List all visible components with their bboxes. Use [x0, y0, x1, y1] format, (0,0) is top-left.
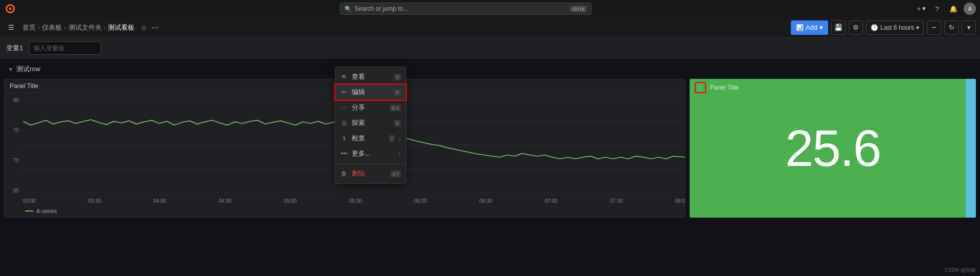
search-placeholder: Search or jump to... [355, 5, 408, 12]
menu-item-inspect[interactable]: ℹ 检查 i › [335, 131, 406, 146]
refresh-button[interactable]: ↻ [944, 20, 959, 35]
breadcrumb-folder[interactable]: 测试文件夹 [69, 23, 102, 32]
avatar[interactable]: A [964, 3, 976, 15]
row-title: 测试row [16, 65, 40, 74]
row-collapse-arrow: ▼ [8, 67, 13, 72]
variable-label: 变量1 [6, 44, 23, 53]
menu-kbd-edit: e [394, 89, 401, 96]
menu-item-more[interactable]: ••• 更多... › [335, 146, 406, 161]
x-label-0330: 03:30 [88, 198, 101, 204]
timerange-chevron: ▾ [916, 24, 919, 31]
add-button[interactable]: 📊 Add ▾ [791, 20, 828, 35]
watermark: CSDN @阿斌 [945, 267, 976, 274]
context-menu: 👁 查看 v ✏ 编辑 e ⋯ 分享 p s ◎ 探索 x ℹ 检查 i › •… [335, 67, 406, 184]
menu-label-inspect: 检查 [352, 134, 384, 143]
plus-icon[interactable]: ＋▾ [915, 3, 927, 15]
breadcrumb: 首页 › 仪表板 › 测试文件夹 › 测试看板 [22, 23, 134, 32]
star-icon[interactable]: ☆ [141, 24, 147, 32]
menu-item-edit[interactable]: ✏ 编辑 e [335, 84, 406, 100]
stat-panel-header: ⋮ Panel Title [690, 79, 976, 96]
x-label-0730: 07:30 [610, 198, 623, 204]
help-icon[interactable]: ? [931, 3, 943, 15]
stat-panel: ⋮ Panel Title 25.6 [690, 79, 976, 218]
menu-icon[interactable]: ☰ [4, 20, 18, 35]
search-icon: 🔍 [345, 6, 352, 12]
menu-label-edit: 编辑 [352, 88, 389, 97]
menu-label-share: 分享 [352, 103, 385, 112]
legend-label: A-series [36, 208, 57, 214]
dashboard: ▼ 测试row Panel Title 80 75 70 65 [0, 58, 980, 276]
toolbar-right: 📊 Add ▾ 💾 ⚙ 🕐 Last 6 hours ▾ − ↻ ▾ [791, 20, 976, 35]
stat-side-indicator [966, 79, 976, 218]
x-label-0430: 04:30 [219, 198, 232, 204]
panels-row: Panel Title 80 75 70 65 [4, 79, 976, 218]
stat-panel-title: Panel Title [710, 84, 739, 91]
toolbar: ☰ 首页 › 仪表板 › 测试文件夹 › 测试看板 ☆ ⋯ 📊 Add ▾ 💾 … [0, 17, 980, 38]
menu-label-delete: 删除 [352, 169, 385, 178]
menu-item-explore[interactable]: ◎ 探索 x [335, 115, 406, 131]
x-label-0630: 06:30 [480, 198, 492, 204]
menu-label-more: 更多... [352, 149, 395, 158]
menu-kbd-view: v [394, 74, 401, 80]
more-arrow-icon: › [399, 150, 401, 158]
inspect-icon: ℹ [340, 135, 348, 142]
stat-panel-menu-button[interactable]: ⋮ [695, 82, 706, 93]
legend-color [25, 210, 33, 211]
y-label-75: 75 [5, 128, 19, 133]
add-chevron-icon: ▾ [819, 24, 823, 31]
menu-kbd-explore: x [394, 120, 401, 126]
menu-label-explore: 探索 [352, 118, 389, 128]
breadcrumb-dashboards[interactable]: 仪表板 [42, 23, 62, 32]
search-kbd: ctrl+k [570, 6, 586, 12]
add-chart-icon: 📊 [796, 24, 804, 31]
chart-x-axis: 03:00 03:30 04:00 04:30 05:00 05:30 06:0… [23, 196, 685, 206]
inspect-arrow-icon: › [399, 135, 401, 142]
menu-item-delete[interactable]: 🗑 删除 p r [335, 166, 406, 181]
x-label-0600: 06:00 [414, 198, 427, 204]
delete-icon: 🗑 [340, 170, 348, 177]
zoom-out-button[interactable]: − [927, 20, 941, 35]
search-bar[interactable]: 🔍 Search or jump to... ctrl+k [340, 3, 591, 15]
x-label-0700: 07:00 [544, 198, 557, 204]
topbar: 🔍 Search or jump to... ctrl+k ＋▾ ? 🔔 A [0, 0, 980, 17]
settings-button[interactable]: ⚙ [849, 20, 863, 35]
menu-label-view: 查看 [352, 72, 389, 81]
row-header[interactable]: ▼ 测试row [4, 62, 976, 76]
menu-item-view[interactable]: 👁 查看 v [335, 69, 406, 84]
variables-bar: 变量1 [0, 38, 980, 58]
x-label-0800: 08:0 [675, 198, 685, 204]
menu-kbd-inspect: i [389, 135, 394, 142]
menu-item-share[interactable]: ⋯ 分享 p s [335, 100, 406, 115]
chart-panel-title: Panel Title [10, 82, 38, 90]
y-label-80: 80 [5, 97, 19, 103]
edit-icon: ✏ [340, 89, 348, 96]
timerange-picker[interactable]: 🕐 Last 6 hours ▾ [866, 20, 924, 35]
menu-kbd-delete: p r [391, 171, 401, 177]
chart-legend: A-series [5, 206, 685, 217]
view-icon: 👁 [340, 73, 348, 80]
x-label-0300: 03:00 [23, 198, 36, 204]
save-button[interactable]: 💾 [831, 20, 846, 35]
y-label-70: 70 [5, 158, 19, 163]
clock-icon: 🕐 [871, 24, 878, 31]
chart-y-axis: 80 75 70 65 [5, 97, 21, 194]
share-icon[interactable]: ⋯ [151, 24, 158, 32]
grafana-logo [4, 3, 16, 15]
x-label-0500: 05:00 [284, 198, 297, 204]
topbar-right: ＋▾ ? 🔔 A [915, 3, 976, 15]
svg-point-2 [9, 8, 12, 10]
more-icon: ••• [340, 150, 348, 157]
refresh-dropdown[interactable]: ▾ [962, 20, 976, 35]
breadcrumb-current: 测试看板 [108, 23, 134, 32]
x-label-0530: 05:30 [349, 198, 362, 204]
x-label-0400: 04:00 [153, 198, 166, 204]
variable-input[interactable] [29, 41, 101, 55]
share-menu-icon: ⋯ [340, 104, 348, 111]
breadcrumb-home[interactable]: 首页 [22, 23, 36, 32]
menu-divider [335, 163, 406, 164]
stat-value: 25.6 [785, 119, 881, 178]
bell-icon[interactable]: 🔔 [947, 3, 960, 15]
menu-kbd-share: p s [390, 104, 401, 111]
y-label-65: 65 [5, 188, 19, 194]
explore-icon: ◎ [340, 119, 348, 126]
